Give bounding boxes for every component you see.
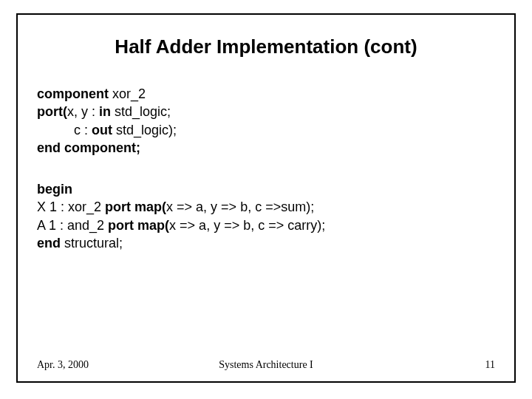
code-text: x, y :	[67, 104, 99, 119]
kw-end: end	[37, 236, 61, 250]
code-line: c : out std_logic);	[37, 121, 495, 139]
code-text: structural;	[61, 236, 123, 250]
slide-title: Half Adder Implementation (cont)	[18, 35, 514, 58]
slide-footer: Apr. 3, 2000 Systems Architecture I 11	[37, 359, 495, 371]
code-text: x => a, y => b, c => carry);	[169, 218, 325, 233]
kw-port: port(	[37, 104, 67, 119]
code-line: component xor_2	[37, 85, 495, 103]
code-block-2: begin X 1 : xor_2 port map(x => a, y => …	[37, 180, 495, 252]
kw-end-component: end component;	[37, 140, 140, 155]
code-text: c :	[74, 123, 92, 137]
kw-begin: begin	[37, 182, 72, 197]
code-text: A 1 : and_2	[37, 218, 108, 233]
code-line: begin	[37, 180, 495, 198]
kw-component: component	[37, 86, 109, 101]
slide-frame: Half Adder Implementation (cont) compone…	[16, 13, 516, 383]
kw-port-map: port map(	[105, 200, 166, 214]
kw-port-map: port map(	[108, 218, 169, 233]
code-line: end component;	[37, 139, 495, 157]
code-text: xor_2	[109, 86, 146, 101]
code-text: x => a, y => b, c =>sum);	[166, 200, 314, 214]
code-line: port(x, y : in std_logic;	[37, 103, 495, 120]
code-line: X 1 : xor_2 port map(x => a, y => b, c =…	[37, 198, 495, 216]
kw-out: out	[92, 123, 112, 137]
code-text: std_logic);	[112, 123, 177, 137]
code-line: A 1 : and_2 port map(x => a, y => b, c =…	[37, 216, 495, 234]
code-text: X 1 : xor_2	[37, 200, 105, 214]
code-line: end structural;	[37, 234, 495, 252]
code-block-1: component xor_2 port(x, y : in std_logic…	[37, 85, 495, 157]
footer-course: Systems Architecture I	[37, 359, 495, 371]
slide-content: component xor_2 port(x, y : in std_logic…	[18, 85, 514, 252]
code-text: std_logic;	[111, 104, 171, 119]
kw-in: in	[99, 104, 111, 119]
